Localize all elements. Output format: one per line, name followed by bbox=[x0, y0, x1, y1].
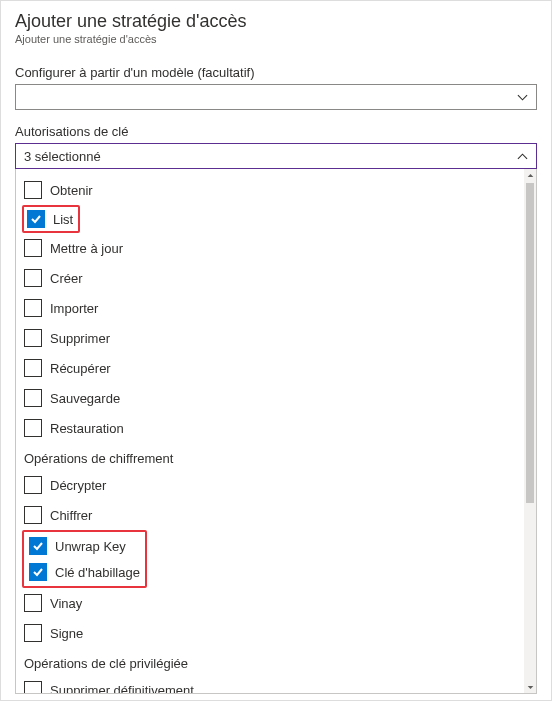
scrollbar-thumb[interactable] bbox=[526, 183, 534, 503]
group-privileged-header: Opérations de clé privilégiée bbox=[16, 648, 524, 675]
chevron-down-icon bbox=[517, 92, 528, 103]
key-permissions-label: Autorisations de clé bbox=[15, 124, 537, 139]
option-importer[interactable]: Importer bbox=[16, 293, 524, 323]
option-label: Restauration bbox=[50, 421, 124, 436]
option-label: Récupérer bbox=[50, 361, 111, 376]
highlight-list: List bbox=[22, 205, 80, 233]
option-label: Obtenir bbox=[50, 183, 93, 198]
option-sauvegarde[interactable]: Sauvegarde bbox=[16, 383, 524, 413]
key-permissions-section: Autorisations de clé 3 sélectionné bbox=[1, 110, 551, 169]
option-obtenir[interactable]: Obtenir bbox=[16, 175, 524, 205]
option-label: Créer bbox=[50, 271, 83, 286]
scroll-down-icon[interactable] bbox=[524, 681, 536, 693]
key-permissions-dropdown: Obtenir List Mettre à jour Créer Importe… bbox=[15, 169, 537, 694]
checkbox-icon bbox=[24, 419, 42, 437]
option-chiffrer[interactable]: Chiffrer bbox=[16, 500, 524, 530]
option-decrypter[interactable]: Décrypter bbox=[16, 470, 524, 500]
option-label: Chiffrer bbox=[50, 508, 92, 523]
checkbox-icon bbox=[24, 624, 42, 642]
group-crypto-header: Opérations de chiffrement bbox=[16, 443, 524, 470]
option-mettre-a-jour[interactable]: Mettre à jour bbox=[16, 233, 524, 263]
option-creer[interactable]: Créer bbox=[16, 263, 524, 293]
template-select[interactable] bbox=[15, 84, 537, 110]
scroll-up-icon[interactable] bbox=[524, 169, 536, 181]
checkbox-icon bbox=[24, 506, 42, 524]
option-unwrap-key[interactable]: Unwrap Key bbox=[27, 533, 142, 559]
dropdown-list: Obtenir List Mettre à jour Créer Importe… bbox=[16, 169, 524, 693]
option-label: List bbox=[53, 212, 73, 227]
scrollbar[interactable] bbox=[524, 169, 536, 693]
checkbox-icon bbox=[24, 269, 42, 287]
option-label: Importer bbox=[50, 301, 98, 316]
option-vinay[interactable]: Vinay bbox=[16, 588, 524, 618]
option-signe[interactable]: Signe bbox=[16, 618, 524, 648]
checkbox-icon bbox=[24, 239, 42, 257]
checkbox-checked-icon bbox=[29, 537, 47, 555]
checkbox-icon bbox=[24, 594, 42, 612]
option-supprimer[interactable]: Supprimer bbox=[16, 323, 524, 353]
option-restauration[interactable]: Restauration bbox=[16, 413, 524, 443]
page-subtitle: Ajouter une stratégie d'accès bbox=[15, 33, 537, 45]
option-label: Clé d'habillage bbox=[55, 565, 140, 580]
checkbox-icon bbox=[24, 329, 42, 347]
option-label: Décrypter bbox=[50, 478, 106, 493]
option-label: Vinay bbox=[50, 596, 82, 611]
template-label: Configurer à partir d'un modèle (faculta… bbox=[15, 65, 537, 80]
checkbox-icon bbox=[24, 476, 42, 494]
checkbox-checked-icon bbox=[29, 563, 47, 581]
option-recuperer[interactable]: Récupérer bbox=[16, 353, 524, 383]
highlight-wrap-keys: Unwrap Key Clé d'habillage bbox=[22, 530, 147, 588]
option-label: Unwrap Key bbox=[55, 539, 126, 554]
option-label: Mettre à jour bbox=[50, 241, 123, 256]
option-wrap-key[interactable]: Clé d'habillage bbox=[27, 559, 142, 585]
panel-header: Ajouter une stratégie d'accès Ajouter un… bbox=[1, 1, 551, 49]
chevron-up-icon bbox=[517, 151, 528, 162]
option-label: Supprimer définitivement bbox=[50, 683, 194, 694]
checkbox-icon bbox=[24, 681, 42, 693]
checkbox-icon bbox=[24, 359, 42, 377]
checkbox-icon bbox=[24, 389, 42, 407]
option-label: Supprimer bbox=[50, 331, 110, 346]
checkbox-checked-icon bbox=[27, 210, 45, 228]
template-section: Configurer à partir d'un modèle (faculta… bbox=[1, 49, 551, 110]
checkbox-icon bbox=[24, 181, 42, 199]
page-title: Ajouter une stratégie d'accès bbox=[15, 11, 537, 32]
option-list[interactable]: List bbox=[25, 208, 75, 230]
key-permissions-summary: 3 sélectionné bbox=[24, 149, 101, 164]
checkbox-icon bbox=[24, 299, 42, 317]
option-supprimer-definitivement[interactable]: Supprimer définitivement bbox=[16, 675, 524, 693]
option-label: Signe bbox=[50, 626, 83, 641]
option-label: Sauvegarde bbox=[50, 391, 120, 406]
key-permissions-select[interactable]: 3 sélectionné bbox=[15, 143, 537, 169]
